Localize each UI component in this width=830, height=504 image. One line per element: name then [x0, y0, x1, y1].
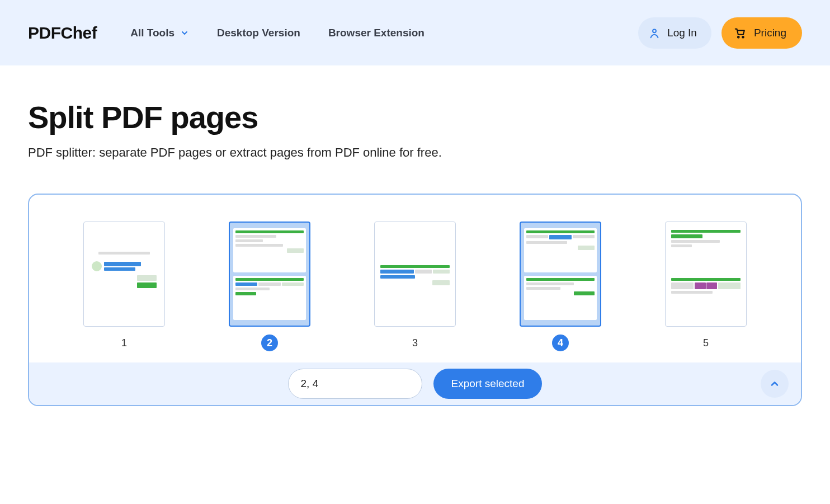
pages-input[interactable] — [288, 369, 422, 399]
page-number: 1 — [116, 335, 133, 351]
page-thumb-col: 3 — [374, 222, 456, 351]
page-subtitle: PDF splitter: separate PDF pages or extr… — [28, 145, 802, 160]
svg-point-2 — [742, 36, 744, 37]
page-thumb-col: 5 — [665, 222, 747, 351]
page-thumb-5[interactable] — [665, 222, 747, 327]
collapse-button[interactable] — [761, 370, 789, 398]
page-number: 2 — [261, 335, 278, 351]
header-right: Log In Pricing — [638, 17, 802, 49]
logo[interactable]: PDFChef — [28, 23, 97, 43]
pricing-label: Pricing — [754, 27, 786, 39]
page-title: Split PDF pages — [28, 99, 802, 135]
login-button[interactable]: Log In — [638, 17, 711, 49]
user-icon — [648, 27, 661, 39]
page-number: 4 — [552, 335, 569, 351]
page-thumb-1[interactable] — [83, 222, 165, 327]
page-thumb-4[interactable] — [520, 222, 601, 327]
page-thumb-3[interactable] — [374, 222, 456, 327]
work-area: 1 — [28, 194, 802, 406]
svg-point-1 — [738, 36, 739, 37]
page-thumb-col: 1 — [83, 222, 165, 351]
page-number: 3 — [407, 335, 423, 351]
nav-desktop[interactable]: Desktop Version — [217, 27, 300, 39]
chevron-up-icon — [769, 378, 780, 389]
chevron-down-icon — [180, 29, 189, 37]
export-button[interactable]: Export selected — [433, 369, 543, 399]
main: Split PDF pages PDF splitter: separate P… — [0, 65, 830, 428]
nav-all-tools-label: All Tools — [130, 27, 175, 39]
page-number: 5 — [697, 335, 714, 351]
nav-extension[interactable]: Browser Extension — [328, 27, 425, 39]
login-label: Log In — [667, 27, 697, 39]
header: PDFChef All Tools Desktop Version Browse… — [0, 0, 830, 65]
thumbs-row: 1 — [29, 195, 801, 362]
page-thumb-col: 4 — [520, 222, 601, 351]
nav: All Tools Desktop Version Browser Extens… — [130, 27, 425, 39]
pricing-button[interactable]: Pricing — [721, 17, 802, 49]
cart-icon — [734, 27, 746, 39]
page-thumb-2[interactable] — [229, 222, 310, 327]
page-thumb-col: 2 — [229, 222, 310, 351]
nav-all-tools[interactable]: All Tools — [130, 27, 189, 39]
svg-point-0 — [653, 29, 656, 32]
bottom-bar: Export selected — [29, 362, 801, 405]
